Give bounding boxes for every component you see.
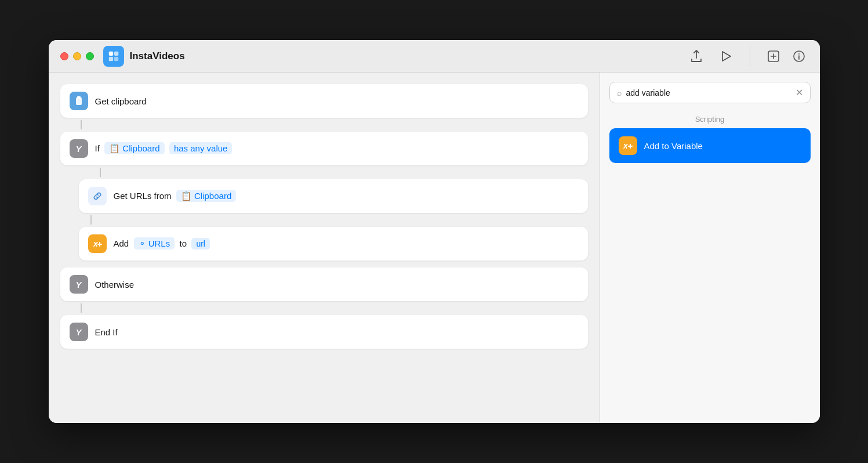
end-if-icon: Y bbox=[70, 323, 88, 341]
y-icon-3: Y bbox=[75, 327, 81, 337]
otherwise-icon: Y bbox=[70, 275, 88, 294]
titlebar: InstaVideos bbox=[49, 40, 820, 73]
add-action-button[interactable] bbox=[764, 47, 783, 66]
search-input[interactable] bbox=[626, 88, 791, 97]
svg-text:x: x bbox=[93, 239, 99, 248]
maximize-button[interactable] bbox=[86, 52, 94, 60]
play-button[interactable] bbox=[717, 47, 736, 66]
step-if-clipboard[interactable]: Y If 📋 Clipboard has any value bbox=[60, 132, 588, 165]
connector-4 bbox=[81, 303, 82, 313]
y-icon-2: Y bbox=[75, 280, 81, 290]
section-label: Scripting bbox=[609, 115, 811, 124]
if-label: If 📋 Clipboard has any value bbox=[95, 143, 233, 154]
if-icon: Y bbox=[70, 139, 88, 158]
svg-point-9 bbox=[798, 53, 800, 55]
add-to-variable-label: Add to Variable bbox=[644, 141, 703, 151]
clear-search-button[interactable]: ✕ bbox=[796, 87, 803, 98]
svg-rect-1 bbox=[114, 51, 118, 55]
add-to-variable-icon: x bbox=[619, 136, 637, 155]
svg-rect-11 bbox=[77, 96, 81, 99]
traffic-lights bbox=[60, 52, 94, 60]
app-title: InstaVideos bbox=[130, 50, 185, 62]
end-if-label: End If bbox=[95, 327, 118, 337]
titlebar-divider bbox=[750, 46, 750, 67]
app-icon bbox=[103, 46, 124, 67]
search-icon: ⌕ bbox=[617, 88, 622, 97]
titlebar-right-actions bbox=[764, 47, 808, 66]
nested-group: Get URLs from 📋 Clipboard x Add ⚬ bbox=[79, 179, 588, 261]
svg-rect-0 bbox=[108, 51, 112, 55]
get-urls-label: Get URLs from 📋 Clipboard bbox=[114, 191, 237, 201]
svg-rect-2 bbox=[108, 56, 112, 60]
add-url-label: Add ⚬ URLs to url bbox=[114, 238, 210, 249]
search-bar[interactable]: ⌕ ✕ bbox=[609, 82, 811, 103]
add-var-icon: x bbox=[88, 234, 107, 253]
link-icon bbox=[88, 187, 107, 205]
titlebar-actions bbox=[687, 47, 736, 66]
info-button[interactable] bbox=[790, 47, 808, 66]
main-panel: Get clipboard Y If 📋 Clipboard has any v… bbox=[49, 73, 600, 423]
otherwise-label: Otherwise bbox=[95, 280, 135, 290]
spacer-1 bbox=[60, 263, 588, 265]
connector-2 bbox=[100, 168, 101, 177]
connector-1 bbox=[81, 120, 82, 129]
sidebar: ⌕ ✕ Scripting x Add to Variable bbox=[600, 73, 820, 423]
step-get-urls[interactable]: Get URLs from 📋 Clipboard bbox=[79, 179, 588, 213]
step-end-if[interactable]: Y End If bbox=[60, 315, 588, 349]
svg-text:x: x bbox=[623, 141, 629, 150]
close-button[interactable] bbox=[60, 52, 68, 60]
y-icon: Y bbox=[75, 144, 81, 154]
content-area: Get clipboard Y If 📋 Clipboard has any v… bbox=[49, 73, 820, 423]
app-window: InstaVideos bbox=[49, 40, 820, 423]
get-clipboard-label: Get clipboard bbox=[95, 96, 147, 106]
clipboard-icon bbox=[70, 92, 88, 110]
add-to-variable-item[interactable]: x Add to Variable bbox=[609, 128, 811, 163]
minimize-button[interactable] bbox=[73, 52, 81, 60]
step-get-clipboard[interactable]: Get clipboard bbox=[60, 84, 588, 118]
connector-3 bbox=[90, 215, 92, 225]
svg-rect-3 bbox=[114, 56, 118, 60]
step-add-variable[interactable]: x Add ⚬ URLs to url bbox=[79, 227, 588, 261]
share-button[interactable] bbox=[687, 47, 706, 66]
step-otherwise[interactable]: Y Otherwise bbox=[60, 267, 588, 301]
